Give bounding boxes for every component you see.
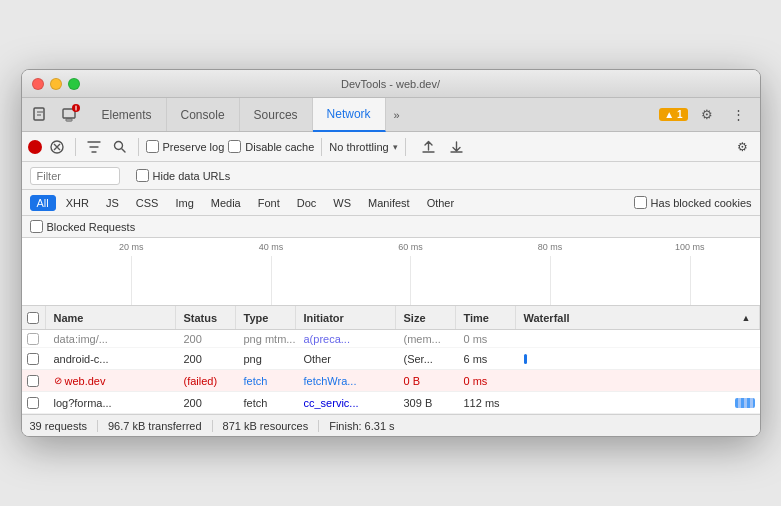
- blocked-requests-checkbox[interactable]: Blocked Requests: [30, 220, 136, 233]
- td-type: fetch: [236, 370, 296, 391]
- table-row[interactable]: ⊘ web.dev (failed) fetch fetchWra... 0 B…: [22, 370, 760, 392]
- td-size: (mem...: [396, 330, 456, 347]
- td-type: fetch: [236, 392, 296, 413]
- td-time: 0 ms: [456, 330, 516, 347]
- th-time[interactable]: Time: [456, 306, 516, 329]
- network-settings-icon[interactable]: ⚙: [732, 136, 754, 158]
- record-button[interactable]: [28, 140, 42, 154]
- td-checkbox[interactable]: [22, 348, 46, 369]
- search-icon[interactable]: [109, 136, 131, 158]
- tab-more-button[interactable]: »: [386, 98, 408, 131]
- filter-icon[interactable]: [83, 136, 105, 158]
- filter-row: Hide data URLs: [22, 162, 760, 190]
- th-waterfall[interactable]: Waterfall ▲: [516, 306, 760, 329]
- filter-btn-font[interactable]: Font: [251, 195, 287, 211]
- svg-rect-2: [66, 119, 72, 121]
- table-row[interactable]: android-c... 200 png Other (Ser... 6 ms: [22, 348, 760, 370]
- ruler-mark-60ms: 60 ms: [341, 242, 481, 252]
- filter-btn-xhr[interactable]: XHR: [59, 195, 96, 211]
- throttle-select[interactable]: No throttling Fast 3G Slow 3G Offline: [329, 141, 403, 153]
- requests-count: 39 requests: [30, 420, 98, 432]
- th-name[interactable]: Name: [46, 306, 176, 329]
- filter-input[interactable]: [30, 167, 120, 185]
- ruler-mark-80ms: 80 ms: [480, 242, 620, 252]
- td-type: png: [236, 348, 296, 369]
- toolbar-settings: ⚙: [732, 136, 754, 158]
- maximize-button[interactable]: [68, 78, 80, 90]
- tab-sources[interactable]: Sources: [240, 98, 313, 131]
- waterfall-bar: [524, 354, 527, 364]
- more-options-icon[interactable]: ⋮: [726, 102, 752, 128]
- ruler-mark-20ms: 20 ms: [62, 242, 202, 252]
- settings-icon[interactable]: ⚙: [694, 102, 720, 128]
- td-initiator: cc_servic...: [296, 392, 396, 413]
- td-size: 0 B: [396, 370, 456, 391]
- td-waterfall: [516, 370, 760, 391]
- disable-cache-checkbox[interactable]: Disable cache: [228, 140, 314, 153]
- status-bar: 39 requests 96.7 kB transferred 871 kB r…: [22, 414, 760, 436]
- upload-icon[interactable]: [417, 136, 439, 158]
- filter-btn-css[interactable]: CSS: [129, 195, 166, 211]
- device-icon[interactable]: [56, 102, 82, 128]
- td-initiator: Other: [296, 348, 396, 369]
- th-status[interactable]: Status: [176, 306, 236, 329]
- close-button[interactable]: [32, 78, 44, 90]
- td-time: 112 ms: [456, 392, 516, 413]
- td-waterfall: [516, 330, 760, 347]
- th-checkbox: [22, 306, 46, 329]
- filter-btn-img[interactable]: Img: [168, 195, 200, 211]
- table-row[interactable]: log?forma... 200 fetch cc_servic... 309 …: [22, 392, 760, 414]
- filter-btn-media[interactable]: Media: [204, 195, 248, 211]
- td-type: png mtm...: [236, 330, 296, 347]
- window-title: DevTools - web.dev/: [341, 78, 440, 90]
- devtools-window: DevTools - web.dev/ Elements: [21, 69, 761, 437]
- preserve-log-checkbox[interactable]: Preserve log: [146, 140, 225, 153]
- network-toolbar: Preserve log Disable cache No throttling…: [22, 132, 760, 162]
- transferred-size: 96.7 kB transferred: [98, 420, 213, 432]
- filter-btn-other[interactable]: Other: [420, 195, 462, 211]
- tab-network[interactable]: Network: [313, 98, 386, 132]
- filter-btn-manifest[interactable]: Manifest: [361, 195, 417, 211]
- th-initiator[interactable]: Initiator: [296, 306, 396, 329]
- td-checkbox[interactable]: [22, 330, 46, 347]
- td-name: ⊘ web.dev: [46, 370, 176, 391]
- td-checkbox[interactable]: [22, 370, 46, 391]
- download-icon[interactable]: [445, 136, 467, 158]
- filter-btn-js[interactable]: JS: [99, 195, 126, 211]
- svg-point-4: [115, 142, 123, 150]
- td-name: android-c...: [46, 348, 176, 369]
- tab-elements[interactable]: Elements: [88, 98, 167, 131]
- td-time: 0 ms: [456, 370, 516, 391]
- waterfall-bar-stripe: [735, 398, 755, 408]
- clear-button[interactable]: [46, 136, 68, 158]
- hide-data-urls-area: Hide data URLs: [136, 169, 231, 182]
- error-icon: ⊘: [54, 375, 62, 386]
- inspect-icon[interactable]: [28, 102, 54, 128]
- td-waterfall: [516, 348, 760, 369]
- divider4: [405, 138, 406, 156]
- select-all-checkbox[interactable]: [27, 312, 39, 324]
- ruler-mark-40ms: 40 ms: [201, 242, 341, 252]
- th-type[interactable]: Type: [236, 306, 296, 329]
- ruler-mark-100ms: 100 ms: [620, 242, 760, 252]
- td-size: 309 B: [396, 392, 456, 413]
- th-size[interactable]: Size: [396, 306, 456, 329]
- table-row[interactable]: data:img/... 200 png mtm... a(preca... (…: [22, 330, 760, 348]
- sort-arrow-icon: ▲: [742, 313, 751, 323]
- td-name: data:img/...: [46, 330, 176, 347]
- hide-data-urls-checkbox[interactable]: Hide data URLs: [136, 169, 231, 182]
- td-waterfall: [516, 392, 760, 413]
- title-bar: DevTools - web.dev/: [22, 70, 760, 98]
- divider3: [321, 138, 322, 156]
- finish-time: Finish: 6.31 s: [319, 420, 404, 432]
- filter-btn-doc[interactable]: Doc: [290, 195, 324, 211]
- filter-btn-ws[interactable]: WS: [326, 195, 358, 211]
- warning-badge[interactable]: ▲ 1: [659, 108, 687, 121]
- devtools-icons: [22, 98, 88, 131]
- tab-console[interactable]: Console: [167, 98, 240, 131]
- has-blocked-cookies-checkbox[interactable]: Has blocked cookies: [634, 196, 752, 209]
- filter-btn-all[interactable]: All: [30, 195, 56, 211]
- minimize-button[interactable]: [50, 78, 62, 90]
- td-checkbox[interactable]: [22, 392, 46, 413]
- throttle-select-wrapper[interactable]: No throttling Fast 3G Slow 3G Offline ▾: [329, 141, 398, 153]
